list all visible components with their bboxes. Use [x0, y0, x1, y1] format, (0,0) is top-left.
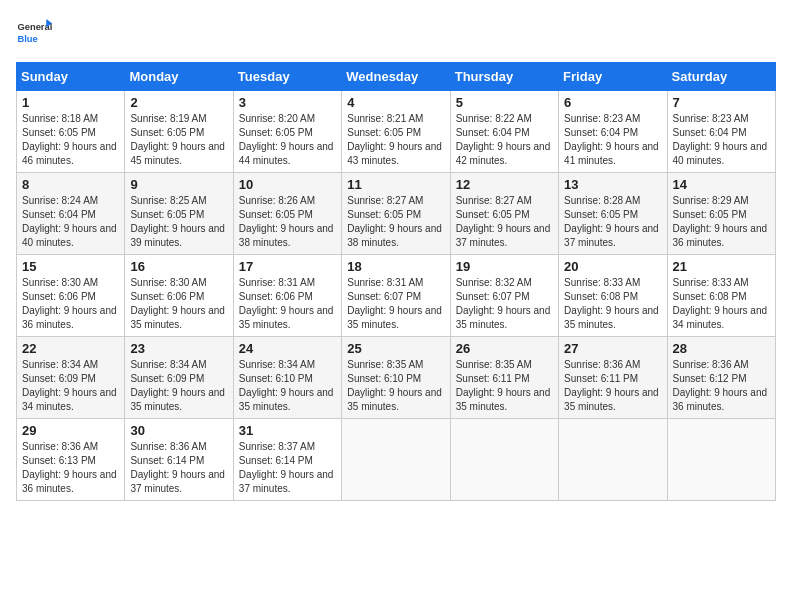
cell-info: Sunrise: 8:26 AMSunset: 6:05 PMDaylight:… — [239, 195, 334, 248]
svg-text:Blue: Blue — [17, 34, 37, 44]
calendar-cell: 21Sunrise: 8:33 AMSunset: 6:08 PMDayligh… — [667, 255, 775, 337]
cell-info: Sunrise: 8:23 AMSunset: 6:04 PMDaylight:… — [564, 113, 659, 166]
cell-info: Sunrise: 8:31 AMSunset: 6:07 PMDaylight:… — [347, 277, 442, 330]
calendar-cell: 1Sunrise: 8:18 AMSunset: 6:05 PMDaylight… — [17, 91, 125, 173]
calendar-cell: 31Sunrise: 8:37 AMSunset: 6:14 PMDayligh… — [233, 419, 341, 501]
day-number: 23 — [130, 341, 227, 356]
cell-info: Sunrise: 8:24 AMSunset: 6:04 PMDaylight:… — [22, 195, 117, 248]
cell-info: Sunrise: 8:21 AMSunset: 6:05 PMDaylight:… — [347, 113, 442, 166]
calendar-cell: 4Sunrise: 8:21 AMSunset: 6:05 PMDaylight… — [342, 91, 450, 173]
header-day-sunday: Sunday — [17, 63, 125, 91]
day-number: 31 — [239, 423, 336, 438]
calendar-cell: 9Sunrise: 8:25 AMSunset: 6:05 PMDaylight… — [125, 173, 233, 255]
calendar-cell: 14Sunrise: 8:29 AMSunset: 6:05 PMDayligh… — [667, 173, 775, 255]
cell-info: Sunrise: 8:25 AMSunset: 6:05 PMDaylight:… — [130, 195, 225, 248]
cell-info: Sunrise: 8:18 AMSunset: 6:05 PMDaylight:… — [22, 113, 117, 166]
day-number: 15 — [22, 259, 119, 274]
day-number: 17 — [239, 259, 336, 274]
cell-info: Sunrise: 8:30 AMSunset: 6:06 PMDaylight:… — [22, 277, 117, 330]
day-number: 26 — [456, 341, 553, 356]
header-day-wednesday: Wednesday — [342, 63, 450, 91]
cell-info: Sunrise: 8:27 AMSunset: 6:05 PMDaylight:… — [456, 195, 551, 248]
calendar-cell: 28Sunrise: 8:36 AMSunset: 6:12 PMDayligh… — [667, 337, 775, 419]
day-number: 4 — [347, 95, 444, 110]
calendar-cell: 19Sunrise: 8:32 AMSunset: 6:07 PMDayligh… — [450, 255, 558, 337]
calendar-cell: 23Sunrise: 8:34 AMSunset: 6:09 PMDayligh… — [125, 337, 233, 419]
calendar-cell: 7Sunrise: 8:23 AMSunset: 6:04 PMDaylight… — [667, 91, 775, 173]
day-number: 29 — [22, 423, 119, 438]
calendar-cell: 29Sunrise: 8:36 AMSunset: 6:13 PMDayligh… — [17, 419, 125, 501]
calendar-week-2: 8Sunrise: 8:24 AMSunset: 6:04 PMDaylight… — [17, 173, 776, 255]
calendar-cell: 16Sunrise: 8:30 AMSunset: 6:06 PMDayligh… — [125, 255, 233, 337]
day-number: 14 — [673, 177, 770, 192]
calendar-cell: 3Sunrise: 8:20 AMSunset: 6:05 PMDaylight… — [233, 91, 341, 173]
calendar-cell: 2Sunrise: 8:19 AMSunset: 6:05 PMDaylight… — [125, 91, 233, 173]
header-day-monday: Monday — [125, 63, 233, 91]
logo-svg: General Blue — [16, 16, 52, 52]
day-number: 2 — [130, 95, 227, 110]
cell-info: Sunrise: 8:23 AMSunset: 6:04 PMDaylight:… — [673, 113, 768, 166]
cell-info: Sunrise: 8:22 AMSunset: 6:04 PMDaylight:… — [456, 113, 551, 166]
cell-info: Sunrise: 8:34 AMSunset: 6:09 PMDaylight:… — [22, 359, 117, 412]
day-number: 7 — [673, 95, 770, 110]
calendar-cell: 24Sunrise: 8:34 AMSunset: 6:10 PMDayligh… — [233, 337, 341, 419]
calendar-week-1: 1Sunrise: 8:18 AMSunset: 6:05 PMDaylight… — [17, 91, 776, 173]
day-number: 21 — [673, 259, 770, 274]
calendar-cell: 13Sunrise: 8:28 AMSunset: 6:05 PMDayligh… — [559, 173, 667, 255]
day-number: 27 — [564, 341, 661, 356]
day-number: 8 — [22, 177, 119, 192]
cell-info: Sunrise: 8:19 AMSunset: 6:05 PMDaylight:… — [130, 113, 225, 166]
cell-info: Sunrise: 8:36 AMSunset: 6:13 PMDaylight:… — [22, 441, 117, 494]
calendar-cell: 15Sunrise: 8:30 AMSunset: 6:06 PMDayligh… — [17, 255, 125, 337]
header-day-saturday: Saturday — [667, 63, 775, 91]
cell-info: Sunrise: 8:37 AMSunset: 6:14 PMDaylight:… — [239, 441, 334, 494]
calendar-cell: 22Sunrise: 8:34 AMSunset: 6:09 PMDayligh… — [17, 337, 125, 419]
day-number: 19 — [456, 259, 553, 274]
day-number: 1 — [22, 95, 119, 110]
day-number: 5 — [456, 95, 553, 110]
cell-info: Sunrise: 8:29 AMSunset: 6:05 PMDaylight:… — [673, 195, 768, 248]
calendar-week-3: 15Sunrise: 8:30 AMSunset: 6:06 PMDayligh… — [17, 255, 776, 337]
calendar-cell: 5Sunrise: 8:22 AMSunset: 6:04 PMDaylight… — [450, 91, 558, 173]
calendar-cell — [559, 419, 667, 501]
calendar-cell — [450, 419, 558, 501]
cell-info: Sunrise: 8:32 AMSunset: 6:07 PMDaylight:… — [456, 277, 551, 330]
header-day-friday: Friday — [559, 63, 667, 91]
cell-info: Sunrise: 8:20 AMSunset: 6:05 PMDaylight:… — [239, 113, 334, 166]
day-number: 3 — [239, 95, 336, 110]
cell-info: Sunrise: 8:27 AMSunset: 6:05 PMDaylight:… — [347, 195, 442, 248]
cell-info: Sunrise: 8:31 AMSunset: 6:06 PMDaylight:… — [239, 277, 334, 330]
calendar-cell: 12Sunrise: 8:27 AMSunset: 6:05 PMDayligh… — [450, 173, 558, 255]
day-number: 6 — [564, 95, 661, 110]
header-day-thursday: Thursday — [450, 63, 558, 91]
page-header: General Blue — [16, 16, 776, 52]
day-number: 18 — [347, 259, 444, 274]
calendar-cell: 6Sunrise: 8:23 AMSunset: 6:04 PMDaylight… — [559, 91, 667, 173]
calendar-cell: 18Sunrise: 8:31 AMSunset: 6:07 PMDayligh… — [342, 255, 450, 337]
calendar-cell — [342, 419, 450, 501]
cell-info: Sunrise: 8:36 AMSunset: 6:11 PMDaylight:… — [564, 359, 659, 412]
calendar-cell: 30Sunrise: 8:36 AMSunset: 6:14 PMDayligh… — [125, 419, 233, 501]
calendar-cell: 25Sunrise: 8:35 AMSunset: 6:10 PMDayligh… — [342, 337, 450, 419]
calendar-cell: 26Sunrise: 8:35 AMSunset: 6:11 PMDayligh… — [450, 337, 558, 419]
day-number: 24 — [239, 341, 336, 356]
day-number: 20 — [564, 259, 661, 274]
day-number: 10 — [239, 177, 336, 192]
cell-info: Sunrise: 8:34 AMSunset: 6:09 PMDaylight:… — [130, 359, 225, 412]
calendar-body: 1Sunrise: 8:18 AMSunset: 6:05 PMDaylight… — [17, 91, 776, 501]
cell-info: Sunrise: 8:35 AMSunset: 6:11 PMDaylight:… — [456, 359, 551, 412]
calendar-table: SundayMondayTuesdayWednesdayThursdayFrid… — [16, 62, 776, 501]
cell-info: Sunrise: 8:33 AMSunset: 6:08 PMDaylight:… — [564, 277, 659, 330]
day-number: 11 — [347, 177, 444, 192]
cell-info: Sunrise: 8:34 AMSunset: 6:10 PMDaylight:… — [239, 359, 334, 412]
calendar-cell: 8Sunrise: 8:24 AMSunset: 6:04 PMDaylight… — [17, 173, 125, 255]
cell-info: Sunrise: 8:33 AMSunset: 6:08 PMDaylight:… — [673, 277, 768, 330]
calendar-cell — [667, 419, 775, 501]
calendar-cell: 11Sunrise: 8:27 AMSunset: 6:05 PMDayligh… — [342, 173, 450, 255]
day-number: 12 — [456, 177, 553, 192]
day-number: 22 — [22, 341, 119, 356]
day-number: 9 — [130, 177, 227, 192]
cell-info: Sunrise: 8:30 AMSunset: 6:06 PMDaylight:… — [130, 277, 225, 330]
header-day-tuesday: Tuesday — [233, 63, 341, 91]
calendar-cell: 20Sunrise: 8:33 AMSunset: 6:08 PMDayligh… — [559, 255, 667, 337]
